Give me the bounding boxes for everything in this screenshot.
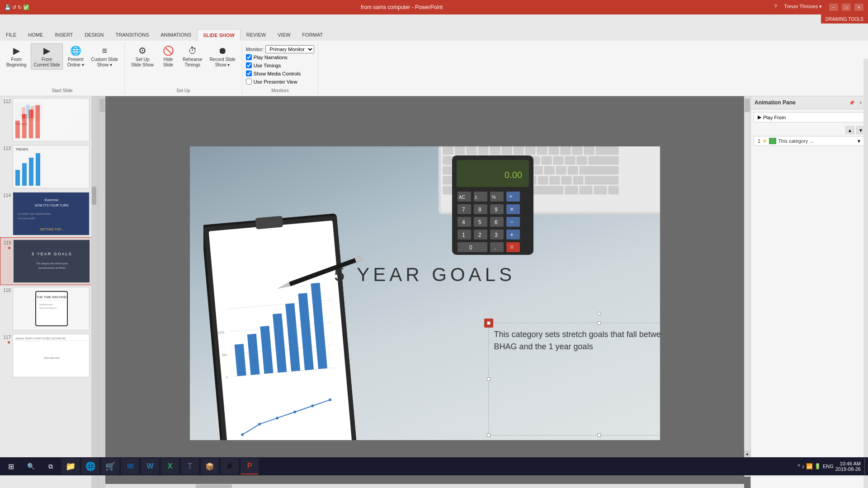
custom-slideshow-btn[interactable]: ≡ Custom SlideShow ▾ (89, 43, 121, 70)
language-indicator[interactable]: ENG (823, 464, 834, 469)
svg-text:8: 8 (478, 206, 481, 213)
tab-design[interactable]: DESIGN (79, 29, 109, 41)
slide-thumb-117[interactable]: 117 ★ ANNUAL SHORT CHART AS PER CULTURE … (0, 332, 97, 379)
tab-view[interactable]: VIEW (272, 29, 296, 41)
tab-slideshow[interactable]: SLIDE SHOW (197, 29, 241, 41)
svg-rect-136 (544, 166, 554, 174)
tray-icons[interactable]: ^ ♪ 📶 🔋 (797, 463, 821, 469)
search-btn[interactable]: 🔍 (22, 458, 40, 474)
clock[interactable]: 10:46 AM 2019-08-26 (835, 461, 861, 472)
maximize-btn[interactable]: □ (842, 4, 851, 11)
help-btn[interactable]: ? (774, 4, 777, 11)
use-timings-row: Use Timings (246, 62, 281, 68)
scrollbar-thumb (92, 187, 96, 205)
text-box[interactable]: 1 This category sets stretch goals that … (488, 323, 660, 436)
tab-animations[interactable]: ANIMATIONS (155, 29, 198, 41)
main-area: 112 TRENDS 113 (0, 96, 868, 488)
task-view-btn[interactable]: ⧉ (42, 458, 60, 474)
slide-num-115: 115 (4, 240, 11, 245)
mail-btn[interactable]: ✉ (121, 458, 139, 474)
canvas-hscroll[interactable] (105, 484, 744, 488)
resize-handle-tc[interactable] (597, 321, 601, 325)
hide-slide-btn[interactable]: 🚫 HideSlide (158, 43, 178, 70)
canvas-vscroll-right[interactable]: ▼ ▲ (744, 96, 750, 477)
svg-rect-147 (538, 176, 548, 184)
resize-handle-bl[interactable] (487, 433, 491, 437)
svg-rect-156 (565, 186, 578, 194)
resize-handle-ml[interactable] (487, 377, 491, 381)
slide-panel-scrollbar[interactable] (91, 96, 97, 488)
vscroll-up-btn[interactable]: ▲ (744, 450, 750, 457)
slide-thumb-113[interactable]: 113 TRENDS (0, 143, 97, 190)
svg-rect-101 (443, 146, 453, 155)
anim-expand-arrow[interactable]: ▼ (857, 139, 861, 144)
play-narrations-checkbox[interactable] (246, 54, 252, 60)
svg-text:−: − (510, 218, 514, 225)
slide-thumb-114[interactable]: 114 Exercise NOW IT'S YOUR TURN Consider… (0, 190, 97, 237)
slide-star-117: ★ (2, 340, 11, 345)
tab-format[interactable]: FORMAT (296, 29, 329, 41)
anim-pane-scroll[interactable] (863, 59, 868, 488)
tab-insert[interactable]: INSERT (49, 29, 79, 41)
anim-move-up-btn[interactable]: ▲ (845, 126, 854, 134)
from-current-btn[interactable]: ▶ FromCurrent Slide (31, 43, 62, 70)
start-btn[interactable]: ⊞ (2, 458, 20, 474)
quick-access[interactable]: 💾 ↺ ↻ ✅ (5, 5, 29, 10)
close-btn[interactable]: × (854, 4, 863, 11)
monitor-select[interactable]: Primary Monitor (265, 45, 314, 53)
svg-text:Simple year plan: Simple year plan (39, 303, 53, 305)
hscroll-thumb (196, 484, 232, 488)
powerpoint-btn[interactable]: P (241, 458, 259, 474)
slide-panel[interactable]: 112 TRENDS 113 (0, 96, 97, 488)
tab-review[interactable]: REVIEW (241, 29, 272, 41)
play-from-button[interactable]: ▶ Play From (754, 112, 865, 122)
hide-slide-icon: 🚫 (163, 45, 174, 56)
teams-btn[interactable]: T (181, 458, 199, 474)
slide-img-114: Exercise NOW IT'S YOUR TURN Consider you… (13, 192, 90, 235)
pane-pin-btn[interactable]: 📌 (848, 99, 855, 106)
animation-item-1[interactable]: 1 ★ This category ... ▼ (754, 136, 865, 146)
svg-text:÷: ÷ (509, 193, 513, 200)
svg-rect-151 (585, 176, 618, 184)
rehearse-timings-btn[interactable]: ⏱ RehearseTimings (180, 43, 205, 70)
slide-thumb-116[interactable]: 116 THE TIME MACHINE Simple year plan Go… (0, 285, 97, 332)
slide-star-115: ★ (2, 245, 11, 250)
record-slide-btn[interactable]: ⏺ Record SlideShow ▾ (207, 43, 238, 70)
file-explorer-btn[interactable]: 📁 (61, 458, 80, 474)
svg-rect-126 (577, 156, 587, 164)
tab-file[interactable]: FILE (0, 29, 22, 41)
custom-slideshow-icon: ≡ (102, 45, 107, 56)
svg-rect-125 (565, 156, 575, 164)
show-desktop-btn[interactable] (864, 458, 866, 474)
svg-text:GETTING TOP...: GETTING TOP... (40, 228, 63, 231)
svg-rect-103 (467, 146, 476, 155)
canvas-vscroll-left[interactable] (99, 96, 105, 488)
tab-home[interactable]: HOME (22, 29, 49, 41)
slide-thumb-115[interactable]: 115 ★ 5 YEAR GOALS This category sets st… (0, 237, 97, 285)
present-online-btn[interactable]: 🌐 PresentOnline ▾ (65, 43, 87, 70)
from-beginning-btn[interactable]: ▶ FromBeginning (4, 43, 29, 70)
show-media-controls-checkbox[interactable] (246, 70, 252, 76)
calculator-graphic: 0.00 AC ± % ÷ 7 8 9 (452, 155, 533, 256)
svg-text:9: 9 (495, 206, 498, 213)
svg-rect-113 (584, 146, 594, 155)
svg-text:.: . (495, 244, 496, 251)
word-btn[interactable]: W (141, 458, 159, 474)
edge-btn[interactable]: 🌐 (81, 458, 99, 474)
use-presenter-view-checkbox[interactable] (246, 79, 252, 84)
use-timings-checkbox[interactable] (246, 62, 252, 68)
excel-btn[interactable]: X (161, 458, 179, 474)
user-btn[interactable]: Trevor Thrones ▾ (784, 4, 822, 11)
minimize-btn[interactable]: − (829, 4, 838, 11)
resize-handle-bc[interactable] (597, 433, 601, 437)
slide-thumb-112[interactable]: 112 TRENDS (0, 96, 97, 143)
store-btn[interactable]: 🛒 (101, 458, 119, 474)
rotate-handle[interactable] (597, 312, 601, 315)
setup-slideshow-btn[interactable]: ⚙ Set UpSlide Show (128, 43, 156, 70)
resize-handle-tl[interactable] (487, 321, 491, 325)
slack-btn[interactable]: # (221, 458, 239, 474)
tab-transitions[interactable]: TRANSITIONS (110, 29, 155, 41)
animation-pane-title: Animation Pane (755, 99, 796, 106)
svg-rect-102 (455, 146, 465, 155)
dropbox-btn[interactable]: 📦 (201, 458, 219, 474)
